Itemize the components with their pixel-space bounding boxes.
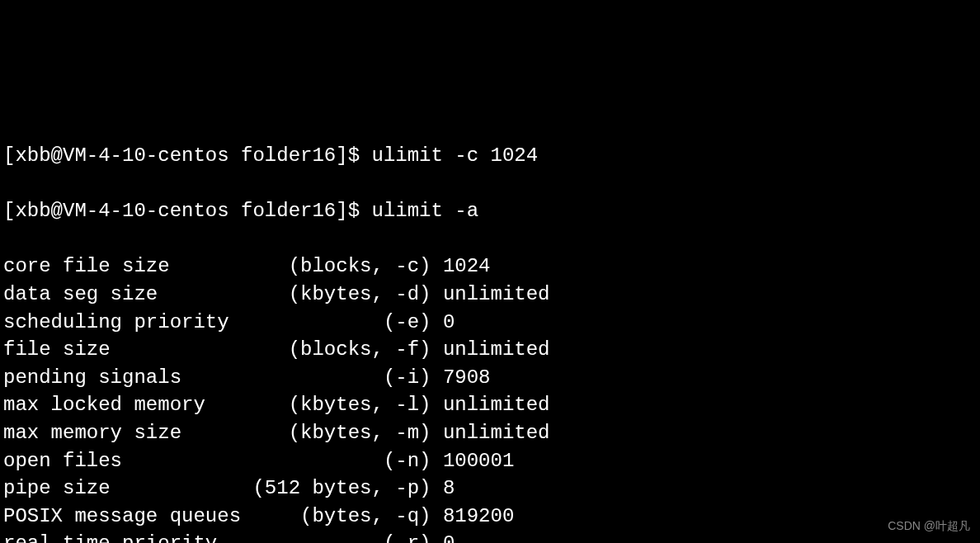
ulimit-label: scheduling priority (-e) bbox=[3, 311, 431, 333]
watermark-text: CSDN @叶超凡 bbox=[888, 518, 970, 535]
ulimit-label: max locked memory (kbytes, -l) bbox=[3, 394, 431, 416]
command-line-2: [xbb@VM-4-10-centos folder16]$ ulimit -a bbox=[3, 197, 977, 225]
ulimit-label: file size (blocks, -f) bbox=[3, 338, 431, 361]
ulimit-value: 7908 bbox=[431, 366, 490, 389]
ulimit-row: file size (blocks, -f) unlimited bbox=[3, 336, 977, 364]
ulimit-value: unlimited bbox=[431, 394, 549, 416]
ulimit-row: scheduling priority (-e) 0 bbox=[3, 309, 977, 337]
shell-prompt: [xbb@VM-4-10-centos folder16]$ bbox=[3, 144, 371, 167]
shell-prompt: [xbb@VM-4-10-centos folder16]$ bbox=[3, 200, 371, 222]
ulimit-label: pending signals (-i) bbox=[3, 366, 431, 389]
ulimit-value: 100001 bbox=[431, 450, 514, 472]
command-text: ulimit -a bbox=[371, 200, 478, 222]
ulimit-row: POSIX message queues (bytes, -q) 819200 bbox=[3, 503, 977, 531]
ulimit-label: pipe size (512 bytes, -p) bbox=[3, 477, 431, 499]
ulimit-row: pipe size (512 bytes, -p) 8 bbox=[3, 475, 977, 503]
ulimit-value: unlimited bbox=[431, 422, 549, 444]
ulimit-value: 1024 bbox=[431, 255, 490, 277]
ulimit-label: open files (-n) bbox=[3, 450, 431, 472]
ulimit-value: unlimited bbox=[431, 283, 549, 305]
command-line-1: [xbb@VM-4-10-centos folder16]$ ulimit -c… bbox=[3, 142, 977, 170]
ulimit-value: 8 bbox=[431, 477, 455, 499]
terminal-output: [xbb@VM-4-10-centos folder16]$ ulimit -c… bbox=[3, 114, 977, 543]
ulimit-row: core file size (blocks, -c) 1024 bbox=[3, 253, 977, 281]
ulimit-row: real-time priority (-r) 0 bbox=[3, 530, 977, 543]
ulimit-row: open files (-n) 100001 bbox=[3, 447, 977, 475]
ulimit-value: unlimited bbox=[431, 338, 549, 361]
ulimit-row: max locked memory (kbytes, -l) unlimited bbox=[3, 391, 977, 419]
ulimit-value: 0 bbox=[431, 532, 455, 543]
ulimit-row: max memory size (kbytes, -m) unlimited bbox=[3, 419, 977, 447]
ulimit-value: 0 bbox=[431, 311, 455, 333]
ulimit-label: max memory size (kbytes, -m) bbox=[3, 422, 431, 444]
ulimit-list: core file size (blocks, -c) 1024data seg… bbox=[3, 253, 977, 543]
ulimit-label: real-time priority (-r) bbox=[3, 532, 431, 543]
command-text: ulimit -c 1024 bbox=[371, 144, 538, 167]
ulimit-label: POSIX message queues (bytes, -q) bbox=[3, 505, 431, 527]
ulimit-value: 819200 bbox=[431, 505, 514, 527]
ulimit-label: data seg size (kbytes, -d) bbox=[3, 283, 431, 305]
ulimit-row: pending signals (-i) 7908 bbox=[3, 364, 977, 392]
ulimit-row: data seg size (kbytes, -d) unlimited bbox=[3, 281, 977, 309]
ulimit-label: core file size (blocks, -c) bbox=[3, 255, 431, 277]
